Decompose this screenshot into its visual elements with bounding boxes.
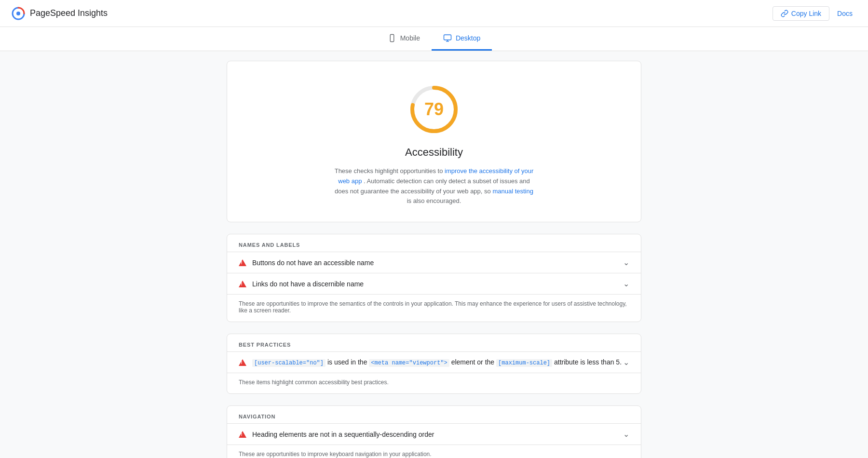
tab-desktop[interactable]: Desktop: [432, 27, 492, 51]
score-number: 79: [424, 99, 444, 120]
audit-label-scalable: [user-scalable="no"] is used in the <met…: [252, 358, 622, 366]
section-navigation-note: These are opportunities to improve keybo…: [227, 445, 641, 458]
app-title: PageSpeed Insights: [30, 8, 108, 18]
audit-left-heading: Heading elements are not in a sequential…: [239, 431, 434, 438]
svg-rect-2: [390, 35, 394, 42]
copy-link-button[interactable]: Copy Link: [773, 6, 829, 21]
chevron-down-icon: ⌄: [623, 258, 629, 267]
docs-label: Docs: [837, 10, 853, 17]
desc-part1: These checks highlight opportunities to: [335, 167, 443, 175]
score-description: These checks highlight opportunities to …: [333, 166, 535, 206]
fail-icon-heading: [239, 431, 246, 438]
score-gauge: 79: [405, 81, 463, 138]
section-navigation-header: NAVIGATION: [227, 406, 641, 423]
score-title: Accessibility: [239, 146, 629, 159]
tab-mobile[interactable]: Mobile: [376, 27, 432, 51]
header: PageSpeed Insights Copy Link Docs: [0, 0, 868, 27]
gauge-wrapper: 79: [239, 81, 629, 138]
chevron-down-icon-links: ⌄: [623, 279, 629, 288]
link-icon: [781, 10, 788, 17]
fail-icon: [239, 259, 246, 266]
fail-icon-links: [239, 281, 246, 287]
score-card: 79 Accessibility These checks highlight …: [227, 61, 641, 222]
section-names-labels: NAMES AND LABELS Buttons do not have an …: [227, 234, 641, 322]
audit-left: Buttons do not have an accessible name: [239, 259, 374, 267]
audit-buttons-no-name[interactable]: Buttons do not have an accessible name ⌄: [227, 252, 641, 273]
audit-left-scalable: [user-scalable="no"] is used in the <met…: [239, 358, 622, 366]
tabs-nav: Mobile Desktop: [0, 27, 868, 51]
desktop-icon: [443, 34, 452, 42]
chevron-down-icon-heading: ⌄: [623, 430, 629, 439]
pagespeed-logo-icon: [12, 7, 25, 20]
docs-button[interactable]: Docs: [833, 7, 856, 20]
svg-point-1: [16, 12, 20, 15]
logo-area: PageSpeed Insights: [12, 7, 108, 20]
svg-rect-4: [444, 35, 451, 40]
section-names-labels-header: NAMES AND LABELS: [227, 234, 641, 252]
section-best-practices: BEST PRACTICES [user-scalable="no"] is u…: [227, 334, 641, 394]
code-user-scalable: [user-scalable="no"]: [252, 359, 326, 367]
audit-user-scalable[interactable]: [user-scalable="no"] is used in the <met…: [227, 351, 641, 373]
label-mid2: element or the: [451, 358, 496, 366]
code-meta-viewport: <meta name="viewport">: [369, 359, 449, 367]
desc-part3: is also encouraged.: [407, 197, 461, 204]
audit-label-links: Links do not have a discernible name: [252, 280, 364, 288]
header-actions: Copy Link Docs: [773, 6, 856, 21]
copy-link-label: Copy Link: [791, 10, 821, 17]
audit-heading-order[interactable]: Heading elements are not in a sequential…: [227, 423, 641, 445]
tab-mobile-label: Mobile: [400, 34, 420, 42]
label-mid1: is used in the: [327, 358, 369, 366]
mobile-icon: [388, 34, 396, 42]
section-names-labels-note: These are opportunities to improve the s…: [227, 294, 641, 322]
tab-desktop-label: Desktop: [456, 34, 480, 42]
section-best-practices-note: These items highlight common accessibili…: [227, 373, 641, 393]
audit-links-no-name[interactable]: Links do not have a discernible name ⌄: [227, 273, 641, 294]
chevron-down-icon-scalable: ⌄: [623, 358, 629, 367]
main-content: 79 Accessibility These checks highlight …: [227, 51, 641, 458]
label-suffix: attribute is less than 5.: [554, 358, 622, 366]
audit-label-buttons: Buttons do not have an accessible name: [252, 259, 374, 267]
audit-left-links: Links do not have a discernible name: [239, 280, 364, 288]
section-best-practices-header: BEST PRACTICES: [227, 334, 641, 351]
manual-testing-link[interactable]: manual testing: [492, 188, 533, 195]
code-maximum-scale: [maximum-scale]: [496, 359, 552, 367]
audit-label-heading: Heading elements are not in a sequential…: [252, 431, 434, 438]
section-navigation: NAVIGATION Heading elements are not in a…: [227, 405, 641, 458]
fail-icon-scalable: [239, 359, 246, 366]
